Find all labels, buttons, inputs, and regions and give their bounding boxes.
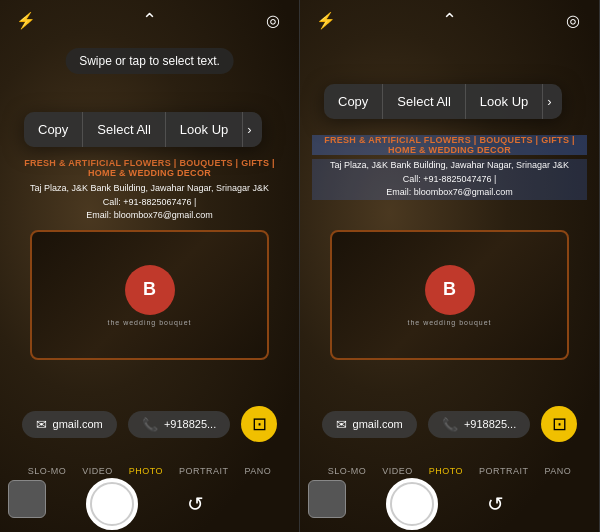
logo-circle-right: B <box>425 265 475 315</box>
mode-slo-mo[interactable]: SLO-MO <box>24 462 71 480</box>
thumbnail[interactable] <box>8 480 46 518</box>
flip-camera-icon-right[interactable]: ↺ <box>478 486 514 522</box>
shutter-row-right: ↺ <box>300 482 599 526</box>
email-label-right: gmail.com <box>353 418 403 430</box>
menu-more-arrow-right[interactable]: › <box>543 84 561 119</box>
email-icon-right: ✉ <box>336 417 347 432</box>
business-line-4-right: Email: bloombox76@gmail.com <box>312 186 587 200</box>
flash-icon-right[interactable]: ⚡ <box>312 6 340 34</box>
phone-label: +918825... <box>164 418 216 430</box>
text-overlay: FRESH & ARTIFICIAL FLOWERS | BOUQUETS | … <box>12 158 287 223</box>
phone-icon: 📞 <box>142 417 158 432</box>
copy-button-right[interactable]: Copy <box>324 84 383 119</box>
text-overlay-right: FRESH & ARTIFICIAL FLOWERS | BOUQUETS | … <box>312 135 587 200</box>
email-icon: ✉ <box>36 417 47 432</box>
card-logo: B the wedding bouquet <box>108 265 192 326</box>
select-all-button[interactable]: Select All <box>83 112 165 147</box>
menu-more-arrow[interactable]: › <box>243 112 261 147</box>
logo-tagline: the wedding bouquet <box>108 319 192 326</box>
shutter-button[interactable] <box>86 478 138 530</box>
email-action-right[interactable]: ✉ gmail.com <box>322 411 417 438</box>
business-card-image-right: B the wedding bouquet <box>330 230 569 360</box>
mode-photo-right[interactable]: PHOTO <box>425 462 467 480</box>
look-up-button[interactable]: Look Up <box>166 112 243 147</box>
business-line-4: Email: bloombox76@gmail.com <box>12 209 287 223</box>
live-text-icon-right: ⊡ <box>552 413 567 435</box>
phone-label-right: +918825... <box>464 418 516 430</box>
settings-icon-right[interactable]: ◎ <box>559 6 587 34</box>
copy-button[interactable]: Copy <box>24 112 83 147</box>
mode-pano-right[interactable]: PANO <box>540 462 575 480</box>
context-menu: Copy Select All Look Up › <box>24 112 262 147</box>
phone-action-right[interactable]: 📞 +918825... <box>428 411 530 438</box>
mode-pano[interactable]: PANO <box>240 462 275 480</box>
thumbnail-right[interactable] <box>308 480 346 518</box>
swipe-hint: Swipe or tap to select text. <box>65 48 234 74</box>
business-line-2-right: Taj Plaza, J&K Bank Building, Jawahar Na… <box>312 159 587 173</box>
mode-photo[interactable]: PHOTO <box>125 462 167 480</box>
bottom-actions-right: ✉ gmail.com 📞 +918825... ⊡ <box>300 406 599 442</box>
shutter-inner-right <box>390 482 434 526</box>
card-logo-right: B the wedding bouquet <box>408 265 492 326</box>
phone-icon-right: 📞 <box>442 417 458 432</box>
live-text-button[interactable]: ⊡ <box>241 406 277 442</box>
flash-icon[interactable]: ⚡ <box>12 6 40 34</box>
business-line-1: FRESH & ARTIFICIAL FLOWERS | BOUQUETS | … <box>12 158 287 178</box>
business-line-2: Taj Plaza, J&K Bank Building, Jawahar Na… <box>12 182 287 196</box>
bottom-actions: ✉ gmail.com 📞 +918825... ⊡ <box>0 406 299 442</box>
business-line-3: Call: +91-8825067476 | <box>12 196 287 210</box>
camera-mode-tabs: SLO-MO VIDEO PHOTO PORTRAIT PANO <box>0 462 299 480</box>
shutter-inner <box>90 482 134 526</box>
right-panel: ⚡ ⌃ ◎ Copy Select All Look Up › FRESH & … <box>300 0 600 532</box>
chevron-up-icon-right[interactable]: ⌃ <box>442 9 457 31</box>
mode-portrait[interactable]: PORTRAIT <box>175 462 232 480</box>
select-all-button-right[interactable]: Select All <box>383 84 465 119</box>
email-action[interactable]: ✉ gmail.com <box>22 411 117 438</box>
look-up-button-right[interactable]: Look Up <box>466 84 543 119</box>
chevron-up-icon[interactable]: ⌃ <box>142 9 157 31</box>
flip-camera-icon[interactable]: ↺ <box>178 486 214 522</box>
top-bar-right: ⚡ ⌃ ◎ <box>300 0 599 40</box>
business-card-image: B the wedding bouquet <box>30 230 269 360</box>
live-text-button-right[interactable]: ⊡ <box>541 406 577 442</box>
phone-action[interactable]: 📞 +918825... <box>128 411 230 438</box>
settings-icon[interactable]: ◎ <box>259 6 287 34</box>
business-line-3-right: Call: +91-8825047476 | <box>312 173 587 187</box>
business-line-1-right: FRESH & ARTIFICIAL FLOWERS | BOUQUETS | … <box>312 135 587 155</box>
logo-tagline-right: the wedding bouquet <box>408 319 492 326</box>
logo-circle: B <box>125 265 175 315</box>
context-menu-right: Copy Select All Look Up › <box>324 84 562 119</box>
mode-slo-mo-right[interactable]: SLO-MO <box>324 462 371 480</box>
email-label: gmail.com <box>53 418 103 430</box>
live-text-icon: ⊡ <box>252 413 267 435</box>
mode-portrait-right[interactable]: PORTRAIT <box>475 462 532 480</box>
top-bar: ⚡ ⌃ ◎ <box>0 0 299 40</box>
shutter-row: ↺ <box>0 482 299 526</box>
left-panel: ⚡ ⌃ ◎ Swipe or tap to select text. Copy … <box>0 0 300 532</box>
shutter-button-right[interactable] <box>386 478 438 530</box>
camera-mode-tabs-right: SLO-MO VIDEO PHOTO PORTRAIT PANO <box>300 462 599 480</box>
